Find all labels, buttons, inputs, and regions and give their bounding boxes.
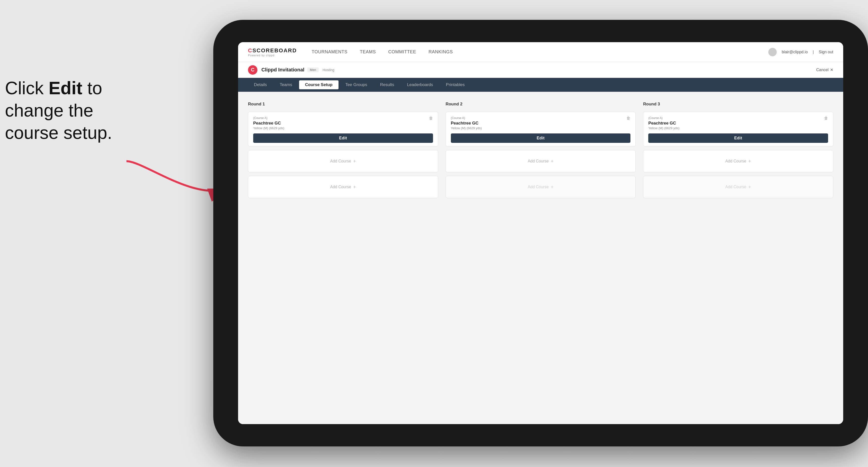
round-2-add-course-2-label: Add Course [528, 185, 549, 189]
round-1-add-course-1-label: Add Course [330, 159, 351, 163]
round-3-add-course-1[interactable]: Add Course + [643, 150, 833, 173]
tabs-bar: Details Teams Course Setup Tee Groups Re… [238, 78, 843, 92]
instruction-bold: Edit [49, 78, 82, 98]
instruction-block: Click Edit tochange thecourse setup. [5, 77, 112, 144]
round-2-add-course-1-plus-icon: + [551, 158, 554, 164]
round-3-delete-icon[interactable]: 🗑 [823, 115, 830, 122]
nav-links: TOURNAMENTS TEAMS COMMITTEE RANKINGS [312, 49, 768, 55]
tablet-frame: CSCOREBOARD Powered by clippd TOURNAMENT… [213, 20, 868, 446]
round-1-course-name: Peachtree GC [253, 121, 433, 126]
round-1-course-details: Yellow (M) (6629 yds) [253, 126, 433, 130]
tournament-logo: C [248, 65, 257, 75]
tab-course-setup[interactable]: Course Setup [299, 80, 339, 89]
tab-tee-groups[interactable]: Tee Groups [340, 80, 373, 89]
nav-link-tournaments[interactable]: TOURNAMENTS [312, 49, 347, 55]
main-content: Round 1 🗑 (Course A) Peachtree GC Yellow… [238, 92, 843, 424]
user-avatar [768, 48, 777, 56]
round-2-edit-button[interactable]: Edit [451, 133, 631, 143]
round-3-add-course-2-label: Add Course [725, 185, 746, 189]
round-3-course-details: Yellow (M) (6629 yds) [648, 126, 828, 130]
round-3-edit-button[interactable]: Edit [648, 133, 828, 143]
round-3-add-course-1-plus-icon: + [748, 158, 751, 164]
logo-subtitle: Powered by clippd [248, 54, 297, 57]
separator: | [813, 50, 814, 54]
sub-header: C Clippd Invitational Men Hosting Cancel… [238, 62, 843, 78]
round-1-delete-icon[interactable]: 🗑 [428, 115, 434, 122]
round-1-label: Round 1 [248, 102, 438, 107]
round-2-course-name: Peachtree GC [451, 121, 631, 126]
round-2-label: Round 2 [446, 102, 636, 107]
round-3-add-course-2-plus-icon: + [748, 184, 751, 190]
round-1-add-course-2[interactable]: Add Course + [248, 176, 438, 198]
round-2-course-tag: (Course A) [451, 116, 631, 120]
round-1-edit-button[interactable]: Edit [253, 133, 433, 143]
user-email: blair@clippd.io [782, 50, 808, 54]
round-1-add-course-2-label: Add Course [330, 185, 351, 189]
round-3-course-tag: (Course A) [648, 116, 828, 120]
round-2-add-course-2: Add Course + [446, 176, 636, 198]
nav-link-teams[interactable]: TEAMS [360, 49, 376, 55]
round-1-course-tag: (Course A) [253, 116, 433, 120]
tab-details[interactable]: Details [248, 80, 273, 89]
nav-right: blair@clippd.io | Sign out [768, 48, 833, 56]
logo-letter: C [248, 48, 252, 54]
round-3-add-course-1-label: Add Course [725, 159, 746, 163]
round-2-course-card: 🗑 (Course A) Peachtree GC Yellow (M) (66… [446, 112, 636, 147]
sign-out-link[interactable]: Sign out [819, 50, 833, 54]
round-1-course-card: 🗑 (Course A) Peachtree GC Yellow (M) (66… [248, 112, 438, 147]
tablet-screen: CSCOREBOARD Powered by clippd TOURNAMENT… [238, 42, 843, 424]
round-1-add-course-2-plus-icon: + [353, 184, 356, 190]
cancel-button[interactable]: Cancel ✕ [816, 67, 833, 72]
tab-printables[interactable]: Printables [440, 80, 471, 89]
tab-leaderboards[interactable]: Leaderboards [401, 80, 439, 89]
round-1-column: Round 1 🗑 (Course A) Peachtree GC Yellow… [248, 102, 438, 198]
round-1-add-course-1-plus-icon: + [353, 158, 356, 164]
round-3-course-card: 🗑 (Course A) Peachtree GC Yellow (M) (66… [643, 112, 833, 147]
round-1-add-course-1[interactable]: Add Course + [248, 150, 438, 173]
tab-teams[interactable]: Teams [274, 80, 298, 89]
round-3-label: Round 3 [643, 102, 833, 107]
nav-link-committee[interactable]: COMMITTEE [389, 49, 416, 55]
round-2-course-details: Yellow (M) (6629 yds) [451, 126, 631, 130]
round-3-add-course-2: Add Course + [643, 176, 833, 198]
top-nav: CSCOREBOARD Powered by clippd TOURNAMENT… [238, 42, 843, 62]
round-3-column: Round 3 🗑 (Course A) Peachtree GC Yellow… [643, 102, 833, 198]
round-2-delete-icon[interactable]: 🗑 [625, 115, 632, 122]
logo-title: CSCOREBOARD [248, 48, 297, 54]
tournament-name: Clippd Invitational [261, 67, 304, 73]
tab-results[interactable]: Results [374, 80, 400, 89]
round-2-column: Round 2 🗑 (Course A) Peachtree GC Yellow… [446, 102, 636, 198]
logo-area: CSCOREBOARD Powered by clippd [248, 48, 297, 57]
nav-link-rankings[interactable]: RANKINGS [429, 49, 453, 55]
rounds-grid: Round 1 🗑 (Course A) Peachtree GC Yellow… [248, 102, 833, 198]
round-2-add-course-2-plus-icon: + [551, 184, 554, 190]
round-3-course-name: Peachtree GC [648, 121, 828, 126]
round-2-add-course-1-label: Add Course [528, 159, 549, 163]
round-2-add-course-1[interactable]: Add Course + [446, 150, 636, 173]
tournament-badge: Men [307, 67, 318, 72]
tournament-status: Hosting [323, 68, 334, 72]
